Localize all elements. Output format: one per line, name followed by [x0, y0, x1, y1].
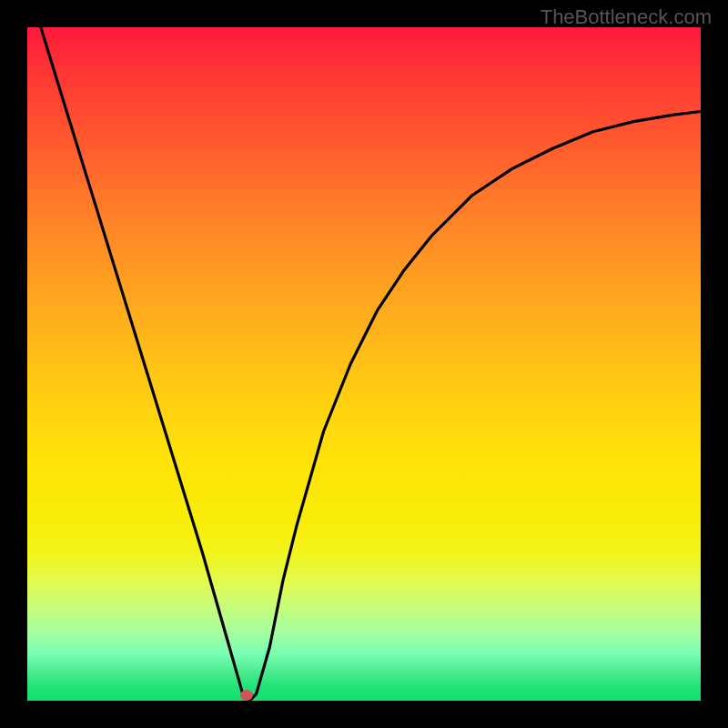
watermark-text: TheBottleneck.com: [541, 5, 712, 29]
minimum-point-marker: [240, 690, 253, 701]
plot-area: [27, 27, 701, 701]
bottleneck-curve: [27, 27, 701, 701]
